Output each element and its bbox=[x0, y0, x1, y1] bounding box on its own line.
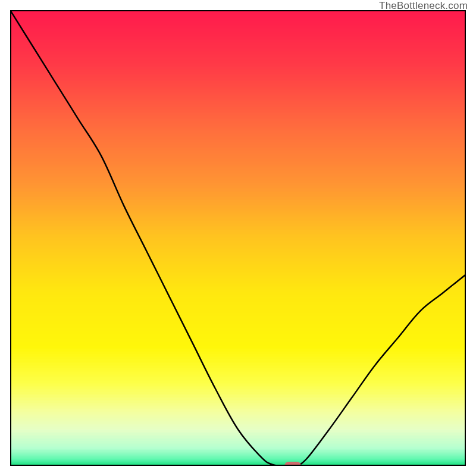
bottleneck-curve bbox=[10, 10, 466, 466]
curve-layer bbox=[10, 10, 466, 466]
plot-area bbox=[10, 10, 466, 466]
optimal-point-marker bbox=[284, 462, 301, 466]
bottleneck-chart: TheBottleneck.com bbox=[0, 0, 476, 476]
watermark-text: TheBottleneck.com bbox=[379, 0, 468, 12]
